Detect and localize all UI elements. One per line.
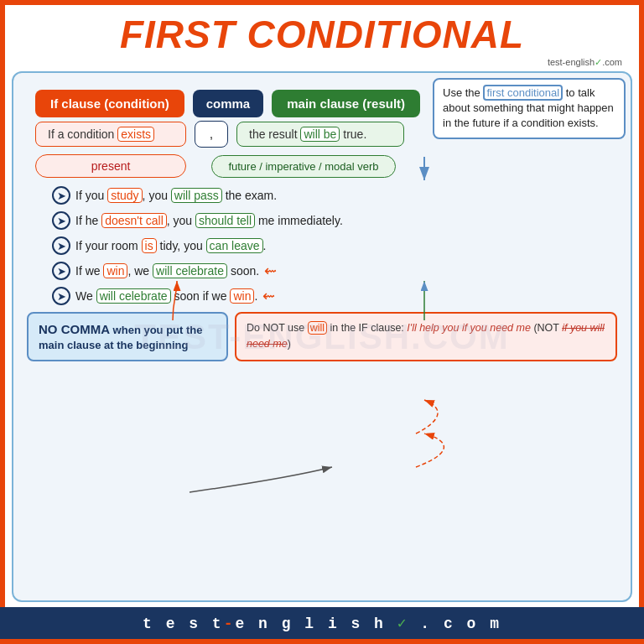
s1-before: If you study, you will pass the exam. <box>75 189 277 202</box>
if-keyword: exists <box>117 127 154 142</box>
sentence-3: ➤ If your room is tidy, you can leave. <box>52 236 617 255</box>
s4-text: If we win, we will celebrate soon. <box>75 264 259 278</box>
sentence-5: ➤ We will celebrate soon if we win. ⇜ <box>52 287 617 305</box>
example-if-clause: If a condition exists <box>35 122 186 147</box>
if-clause-label: If clause (condition) <box>35 90 184 117</box>
arrow-icon-3: ➤ <box>52 236 70 255</box>
sentence-2: ➤ If he doesn't call, you should tell me… <box>52 211 617 230</box>
tense-future-label: future / imperative / modal verb <box>211 155 396 178</box>
s2-kw1: doesn't call <box>101 213 167 228</box>
comma-label: comma <box>193 90 264 117</box>
sentence-4: ➤ If we win, we will celebrate soon. ⇜ <box>52 262 617 280</box>
footer: t e s t-e n g l i s h ✓ . c o m <box>0 607 644 639</box>
main-after: true. <box>340 127 366 141</box>
site-subtitle: test-english✓.com <box>5 57 639 68</box>
info-text-before: Use the <box>443 86 483 99</box>
comma-placeholder: , <box>195 121 228 148</box>
s1-kw1: study <box>107 188 142 203</box>
do-not-box: Do NOT use will in the IF clause: I'll h… <box>235 312 617 361</box>
no-comma-big: NO COMMA <box>39 322 110 336</box>
dashed-arrow-5: ⇜ <box>262 287 275 305</box>
main-clause-label: main clause (result) <box>272 90 420 117</box>
s3-text: If your room is tidy, you can leave. <box>75 239 266 252</box>
s2-text: If he doesn't call, you should tell me i… <box>75 214 343 227</box>
do-not-suffix: in the IF clause: <box>327 322 407 334</box>
do-not-not: (NOT <box>533 322 562 334</box>
main-content: test-english.com Use the first condition… <box>12 71 632 602</box>
s5-text: We will celebrate soon if we win. <box>75 289 257 303</box>
outer-border: FIRST CONDITIONAL test-english✓.com test… <box>0 0 644 644</box>
arrow-icon-2: ➤ <box>52 211 70 230</box>
tense-row: present future / imperative / modal verb <box>35 154 617 178</box>
do-not-close: ) <box>288 338 291 350</box>
s2-kw2: should tell <box>195 213 255 228</box>
arrow-icon-5: ➤ <box>52 287 70 305</box>
s5-kw1: will celebrate <box>96 288 171 304</box>
do-not-italic: I'll help you if you need me <box>407 322 531 334</box>
main-keyword: will be <box>300 127 340 142</box>
site-name: test-english✓.com <box>548 57 622 67</box>
s4-kw2: will celebrate <box>153 263 227 278</box>
if-before: If a condition <box>48 127 117 141</box>
s4-kw1: win <box>103 263 127 278</box>
s1-kw2: will pass <box>171 188 222 203</box>
main-before: the result <box>249 127 300 141</box>
info-box: Use the first conditional to talk about … <box>433 78 626 139</box>
example-main-clause: the result will be true. <box>236 122 404 147</box>
no-comma-box: NO COMMA when you put the main clause at… <box>27 312 228 361</box>
s5-kw2: win <box>230 288 254 304</box>
bottom-row: NO COMMA when you put the main clause at… <box>27 312 617 361</box>
info-highlight: first conditional <box>483 85 563 101</box>
do-not-kw: will <box>308 321 327 335</box>
s3-kw1: is <box>142 238 157 253</box>
page-title: FIRST CONDITIONAL <box>120 12 524 57</box>
do-not-prefix: Do NOT use <box>247 322 304 334</box>
footer-text: t e s t-e n g l i s h ✓ . c o m <box>143 614 501 632</box>
arrow-icon-1: ➤ <box>52 186 70 205</box>
arrow-icon-4: ➤ <box>52 262 70 280</box>
sentence-1: ➤ If you study, you will pass the exam. <box>52 186 617 205</box>
tense-present-label: present <box>35 154 186 178</box>
sentences-area: ➤ If you study, you will pass the exam. … <box>52 186 617 305</box>
dashed-arrow-4: ⇜ <box>264 262 277 280</box>
s3-kw2: can leave <box>206 238 263 253</box>
